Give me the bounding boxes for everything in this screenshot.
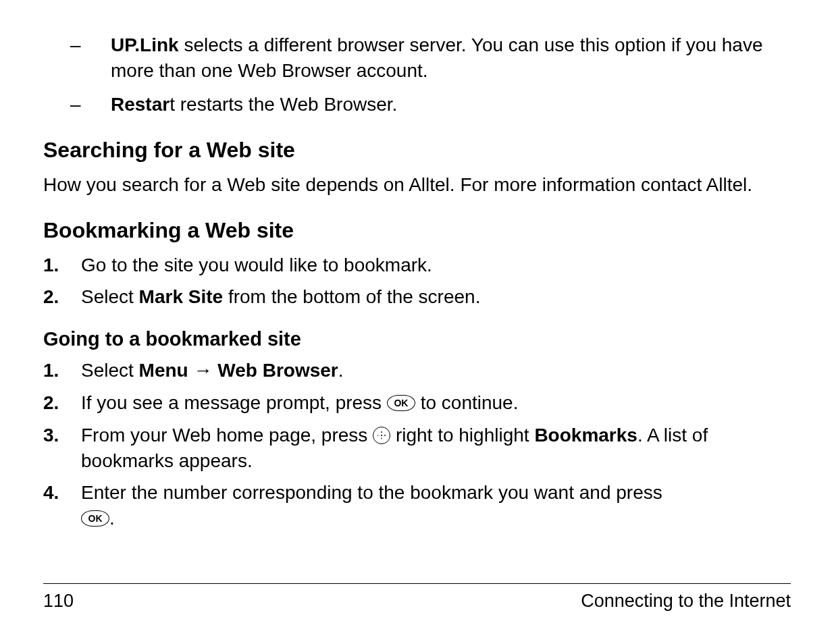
ok-button-icon: OK [81,510,109,527]
step2-pre: Select [81,286,139,307]
bullet-text: Restart restarts the Web Browser. [111,92,791,117]
bullet-text: UP.Link selects a different browser serv… [111,32,791,84]
ok-button-icon: OK [387,395,415,411]
bullet-restart: – Restart restarts the Web Browser. [43,92,791,117]
heading-going: Going to a bookmarked site [43,326,791,352]
step-number: 4. [43,480,81,531]
dash-marker: – [70,92,111,117]
step2-pre: If you see a message prompt, press [81,392,387,413]
step3-mid: right to highlight [396,425,534,446]
restart-rest: t restarts the Web Browser. [170,94,397,115]
step-text: Go to the site you would like to bookmar… [81,252,791,278]
svg-point-0 [381,434,382,435]
bookmark-step2: 2. Select Mark Site from the bottom of t… [43,284,791,310]
step-number: 2. [43,390,81,416]
bookmark-step1: 1. Go to the site you would like to book… [43,252,791,278]
footer-title: Connecting to the Internet [581,591,791,612]
document-body: – UP.Link selects a different browser se… [43,32,791,531]
going-step4: 4. Enter the number corresponding to the… [43,480,791,531]
going-step1: 1. Select Menu → Web Browser. [43,358,791,383]
bullet-uplink: – UP.Link selects a different browser se… [43,32,791,84]
bookmarks-label: Bookmarks [534,425,637,446]
heading-bookmarking: Bookmarking a Web site [43,216,791,245]
web-browser-label: Web Browser [217,360,338,381]
menu-label: Menu [139,360,188,381]
heading-searching: Searching for a Web site [43,136,791,165]
nav-pad-icon [373,427,390,444]
step-text: If you see a message prompt, press OK to… [81,390,791,416]
searching-para: How you search for a Web site depends on… [43,172,791,198]
going-step2: 2. If you see a message prompt, press OK… [43,390,791,416]
step1-post: . [338,360,344,381]
page-footer: 110 Connecting to the Internet [43,583,791,612]
step3-pre: From your Web home page, press [81,425,373,446]
arrow-icon: → [188,360,218,381]
step-number: 3. [43,423,81,474]
step2-post: from the bottom of the screen. [223,286,480,307]
step1-pre: Select [81,360,139,381]
step-text: From your Web home page, press right to … [81,423,791,474]
going-step3: 3. From your Web home page, press right … [43,423,791,474]
uplink-label: UP.Link [111,34,179,55]
mark-site-label: Mark Site [139,286,224,307]
step-number: 1. [43,252,81,278]
step-text: Select Menu → Web Browser. [81,358,791,383]
step2-post: to continue. [421,392,519,413]
restart-label: Restar [111,94,170,115]
step4-pre: Enter the number corresponding to the bo… [81,482,662,503]
step-text: Select Mark Site from the bottom of the … [81,284,791,310]
step4-post: . [109,508,115,529]
step-number: 2. [43,284,81,310]
dash-marker: – [70,32,111,84]
page-number: 110 [43,591,74,612]
uplink-rest: selects a different browser server. You … [111,34,763,81]
step-text: Enter the number corresponding to the bo… [81,480,791,531]
step-number: 1. [43,358,81,383]
